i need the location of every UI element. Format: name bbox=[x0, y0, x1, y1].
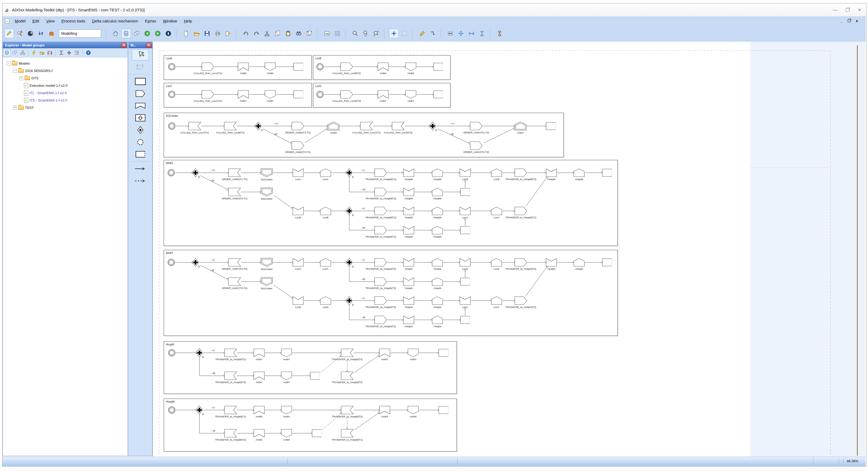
select-tool-button[interactable] bbox=[132, 49, 149, 60]
node-end[interactable] bbox=[433, 63, 443, 70]
node-hospn[interactable]: HospN bbox=[432, 259, 443, 270]
tree-item-execution-model-1-f-v2-0[interactable]: Execution model-1-f v2.0 bbox=[3, 82, 127, 89]
lane-loca[interactable]: LocACALL911_from_LocA(T1)AmbXAmbX bbox=[164, 55, 312, 80]
explorer-title-bar[interactable]: Explorer - Model groups ✕ bbox=[3, 42, 127, 48]
model-canvas[interactable]: LocACALL911_from_LocA(T1)AmbXAmbXLocBCAL… bbox=[153, 42, 861, 457]
palette-title-bar[interactable]: M... ✕ bbox=[128, 42, 152, 48]
tree-expander-icon[interactable]: + bbox=[13, 106, 17, 110]
tree-item-2024-sensors-f[interactable]: −2024 SENSORS-f bbox=[3, 67, 127, 74]
open-model-button[interactable] bbox=[192, 29, 201, 38]
lane-locd[interactable]: LocDCALL911_from_LocD(T3)AmbYAmbY bbox=[313, 83, 451, 108]
lane-hospn[interactable]: HospN='A'='B'DTRANSFER_to_HospN(T2)AmbYA… bbox=[164, 341, 457, 394]
paste-special-button[interactable] bbox=[305, 29, 314, 38]
zoom-button[interactable] bbox=[350, 29, 360, 38]
align-grid-tool-button[interactable] bbox=[132, 61, 149, 72]
tree-item-gts[interactable]: +GTS bbox=[3, 74, 127, 82]
node-end[interactable] bbox=[293, 63, 303, 70]
menu-window[interactable]: Window bbox=[160, 18, 181, 24]
mdi-close-icon[interactable]: x bbox=[853, 18, 861, 24]
menu-extras[interactable]: Extras bbox=[142, 18, 160, 24]
tree-expander-icon[interactable]: − bbox=[13, 69, 17, 73]
node-start[interactable] bbox=[168, 64, 175, 70]
class-receive-button[interactable] bbox=[132, 100, 149, 111]
zoom-fit-button[interactable] bbox=[371, 29, 381, 38]
node-911center[interactable]: 911Center bbox=[261, 168, 273, 181]
node-start[interactable] bbox=[168, 170, 175, 176]
cut-button[interactable] bbox=[262, 29, 272, 38]
acquisition-button[interactable] bbox=[15, 29, 25, 38]
node-end[interactable] bbox=[439, 349, 448, 357]
node-hospn[interactable]: HospN bbox=[432, 297, 443, 308]
menu-delta-calculus-mechanism[interactable]: Delta calculus mechanism bbox=[89, 18, 142, 24]
graphic-view-button[interactable] bbox=[322, 29, 332, 38]
node-end[interactable] bbox=[293, 91, 303, 98]
fit-all-button[interactable] bbox=[456, 29, 466, 38]
undo-button[interactable] bbox=[241, 29, 251, 38]
find-button[interactable] bbox=[294, 29, 303, 38]
node-hospn[interactable]: HospN bbox=[432, 278, 443, 290]
windows-button[interactable] bbox=[132, 29, 142, 38]
save-model-button[interactable] bbox=[203, 29, 212, 38]
node-start[interactable] bbox=[168, 91, 175, 98]
export-button[interactable] bbox=[223, 29, 233, 38]
node-start[interactable] bbox=[168, 407, 175, 413]
lane-ambx[interactable]: AmbX='A'='A'='B'='A'='B'='B'DORDER_AmbX(… bbox=[164, 160, 618, 246]
tree-item-its-smartems-1-f-v2-0[interactable]: ITS - SmartEMS-1-f v2.0 bbox=[3, 97, 127, 104]
tree-item-itl-smartems-1-f-v2-0[interactable]: ITL - SmartEMS-1-f v2.0 bbox=[3, 89, 127, 97]
navigator-button[interactable] bbox=[163, 29, 173, 38]
nav-forward-button[interactable] bbox=[153, 29, 162, 38]
fit-width-button[interactable] bbox=[445, 29, 455, 38]
menu-edit[interactable]: Edit bbox=[29, 18, 43, 24]
paste-button[interactable] bbox=[283, 29, 293, 38]
node-hospm[interactable]: HospM bbox=[432, 207, 443, 219]
node-hospn[interactable]: HospN bbox=[432, 316, 443, 328]
close-icon[interactable]: × bbox=[854, 6, 866, 14]
fit-horizontal-button[interactable] bbox=[467, 29, 476, 38]
zoom-1-1-button[interactable]: 1:1 bbox=[361, 29, 370, 38]
node-911center[interactable]: 911Center bbox=[261, 188, 273, 200]
node-hospm[interactable]: HospM bbox=[432, 169, 443, 181]
nav-back-button[interactable] bbox=[143, 29, 152, 38]
models-view-button[interactable] bbox=[3, 49, 10, 57]
node-911center[interactable]: 911Center bbox=[261, 258, 273, 271]
help-button[interactable]: ? bbox=[85, 49, 92, 57]
menu-help[interactable]: Help bbox=[181, 18, 195, 24]
palette-close-icon[interactable]: ✕ bbox=[146, 43, 151, 48]
collapse-all-button[interactable] bbox=[65, 49, 73, 57]
node-hospn[interactable]: HospN bbox=[574, 259, 584, 270]
node-end[interactable] bbox=[602, 169, 612, 176]
relation-dashed-button[interactable] bbox=[132, 175, 149, 187]
class-resource-button[interactable] bbox=[132, 137, 149, 148]
doc-option-button[interactable]: () bbox=[46, 49, 54, 57]
node-start[interactable] bbox=[317, 64, 323, 70]
toggle-levels-button[interactable] bbox=[73, 49, 81, 57]
expand-all-button[interactable] bbox=[58, 49, 65, 57]
print-button[interactable] bbox=[213, 29, 222, 38]
restore-icon[interactable] bbox=[841, 6, 854, 14]
components-button[interactable] bbox=[47, 29, 56, 38]
analysis-button[interactable] bbox=[26, 29, 35, 38]
lane-locb[interactable]: LocBCALL911_from_LocB(T2)AmbXAmbX bbox=[313, 55, 451, 80]
node-end[interactable] bbox=[460, 188, 470, 196]
tree-item-test[interactable]: +TEST bbox=[3, 104, 127, 111]
redo-button[interactable] bbox=[252, 29, 261, 38]
lane-hospm[interactable]: HospM='A'='B'DTRANSFER_to_HospM(T1)AmbXA… bbox=[164, 399, 457, 452]
windows-view-button[interactable] bbox=[11, 49, 19, 57]
mdi-restore-icon[interactable] bbox=[845, 18, 853, 24]
node-end[interactable] bbox=[439, 406, 448, 414]
model-explorer-button[interactable] bbox=[121, 29, 131, 38]
node-start[interactable] bbox=[168, 123, 175, 130]
grid-button[interactable] bbox=[400, 29, 409, 38]
hierarchy-view-button[interactable] bbox=[19, 49, 26, 57]
folder-apply-button[interactable] bbox=[38, 49, 45, 57]
node-start[interactable] bbox=[168, 350, 175, 356]
node-end[interactable] bbox=[433, 91, 443, 98]
tree-expander-icon[interactable]: − bbox=[7, 61, 10, 65]
node-hospm[interactable]: HospM bbox=[432, 188, 443, 200]
lane-amby[interactable]: AmbY='A'='A'='B'='A'='B'='B'DORDER_AmbY(… bbox=[164, 250, 618, 336]
explorer-close-icon[interactable]: ✕ bbox=[121, 43, 127, 48]
chart-tool-button[interactable] bbox=[30, 49, 38, 57]
menu-view[interactable]: View bbox=[43, 18, 58, 24]
class-send-button[interactable] bbox=[132, 88, 149, 99]
class-decision-button[interactable] bbox=[132, 125, 149, 136]
